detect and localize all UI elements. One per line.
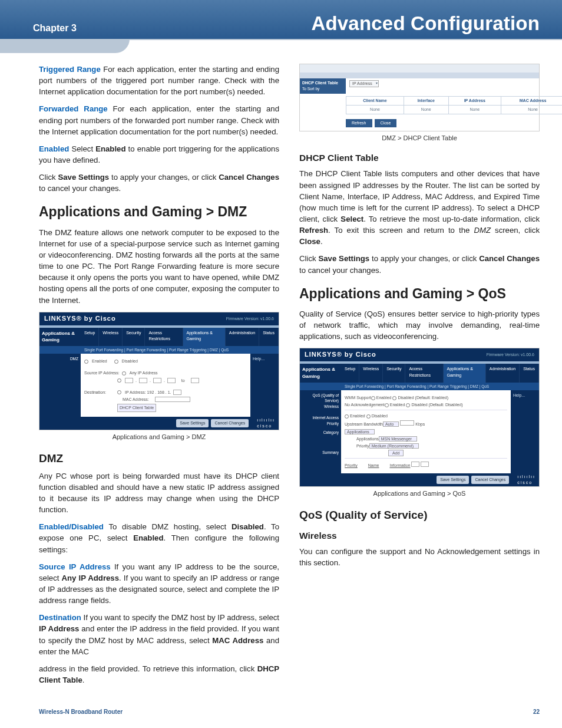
router-cancel-button-2: Cancel Changes — [471, 476, 509, 484]
qos-intro-para: Quality of Service (QoS) ensures better … — [299, 308, 540, 342]
figure-dmz-screenshot: LINKSYS® by Cisco Firmware Version: v1.0… — [39, 312, 279, 442]
router-cancel-button: Cancel Changes — [211, 419, 249, 427]
carryover-para: address in the field provided. To retrie… — [39, 663, 279, 686]
router-firmware-2: Firmware Version: v1.00.6 — [487, 352, 534, 358]
term-triggered-range: Triggered Range — [39, 65, 101, 74]
dhcp-table: Client NameInterfaceIP AddressMAC Addres… — [346, 96, 562, 114]
router-sidecol-qos: QoS (Quality of Service) Wireless Intern… — [300, 390, 341, 473]
sort-by-select: IP Address — [349, 80, 379, 87]
figure-dhcp-caption: DMZ > DHCP Client Table — [299, 134, 540, 143]
page-header: Chapter 3 Advanced Configuration — [0, 0, 562, 40]
router-brand-2: LINKSYS® by Cisco — [305, 350, 376, 360]
save-changes-para-2: Click Save Settings to apply your change… — [299, 253, 540, 275]
close-button: Close — [375, 119, 397, 127]
heading-apps-gaming-dmz: Applications and Gaming > DMZ — [39, 202, 279, 222]
router-main-dmz: Enabled Disabled Source IP Address:Any I… — [81, 354, 250, 417]
term-enabled: Enabled — [39, 144, 69, 153]
router-ui-dmz: LINKSYS® by Cisco Firmware Version: v1.0… — [39, 312, 279, 430]
heading-dhcp-client-table: DHCP Client Table — [299, 151, 540, 164]
router-firmware: Firmware Version: v1.00.6 — [226, 316, 274, 322]
page-body: Triggered Range For each application, en… — [0, 40, 562, 689]
refresh-button: Refresh — [346, 119, 372, 127]
router-tabs: SetupWirelessSecurityAccess Restrictions… — [81, 328, 279, 346]
router-subnav-2: Single Port Forwarding | Port Range Forw… — [300, 383, 539, 390]
router-save-button-2: Save Settings — [437, 476, 469, 484]
router-subnav: Single Port Forwarding | Port Range Forw… — [39, 346, 279, 354]
heading-wireless: Wireless — [299, 529, 540, 542]
heading-qos: QoS (Quality of Service) — [299, 507, 540, 523]
dmz-feature-para: The DMZ feature allows one network compu… — [39, 227, 279, 306]
cisco-logo: ıılıılııcisco — [257, 417, 275, 429]
enabled-disabled-para: Enabled/Disabled To disable DMZ hosting,… — [39, 521, 279, 555]
page-footer: Wireless-N Broadband Router 22 — [39, 708, 540, 717]
chapter-label: Chapter 3 — [33, 21, 77, 35]
router-sidecol: DMZ — [39, 354, 81, 417]
figure-qos-screenshot: LINKSYS® by Cisco Firmware Version: v1.0… — [299, 348, 540, 499]
dhcp-description-para: The DHCP Client Table lists computers an… — [299, 168, 540, 247]
footer-product: Wireless-N Broadband Router — [39, 708, 123, 717]
term-forwarded-range: Forwarded Range — [39, 104, 108, 113]
heading-apps-gaming-qos: Applications and Gaming > QoS — [299, 284, 540, 304]
term-source-ip: Source IP Address — [39, 562, 111, 571]
router-section-label: Applications & Gaming — [39, 328, 81, 346]
term-enabled-disabled: Enabled/Disabled — [39, 522, 104, 531]
cisco-logo-2: ıılıılııcisco — [517, 474, 535, 486]
wireless-config-para: You can configure the support and No Ack… — [299, 546, 540, 568]
destination-para: Destination If you want to specify the D… — [39, 612, 279, 657]
save-changes-para-1: Click Save Settings to apply your change… — [39, 172, 279, 194]
page-title: Advanced Configuration — [311, 9, 540, 38]
router-tabs-2: SetupWirelessSecurityAccess Restrictions… — [341, 364, 539, 382]
router-main-qos: WMM SupportEnabled Disabled (Default: En… — [341, 390, 511, 473]
router-help: Help... — [250, 354, 279, 417]
source-ip-para: Source IP Address If you want any IP add… — [39, 561, 279, 607]
figure-dmz-caption: Applications and Gaming > DMZ — [39, 433, 279, 442]
triggered-range-para: Triggered Range For each application, en… — [39, 64, 279, 97]
figure-qos-caption: Applications and Gaming > QoS — [299, 489, 540, 499]
heading-dmz: DMZ — [39, 450, 279, 467]
term-destination: Destination — [39, 613, 81, 622]
router-ui-qos: LINKSYS® by Cisco Firmware Version: v1.0… — [299, 348, 540, 487]
enabled-para: Enabled Select Enabled to enable port tr… — [39, 143, 279, 166]
router-section-label-2: Applications & Gaming — [300, 364, 341, 382]
figure-dhcp-table: DHCP Client Table To Sort by IP Address … — [299, 64, 540, 143]
forwarded-range-para: Forwarded Range For each application, en… — [39, 103, 279, 137]
dhcp-client-table-ui: DHCP Client Table To Sort by IP Address … — [299, 64, 540, 131]
router-brand: LINKSYS® by Cisco — [44, 314, 116, 324]
router-help-2: Help... — [511, 390, 539, 473]
router-save-button: Save Settings — [176, 419, 209, 427]
dmz-pc-para: Any PC whose port is being forwarded mus… — [39, 470, 279, 516]
footer-page-number: 22 — [533, 708, 540, 717]
